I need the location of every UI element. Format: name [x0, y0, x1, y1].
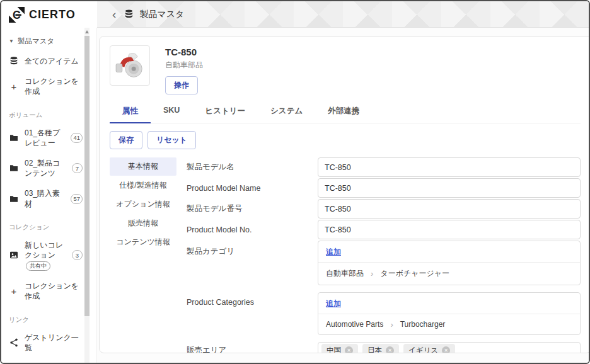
tag: イギリス✕: [403, 344, 455, 353]
topbar: C CIERTO ‹ 製品マスタ: [1, 1, 589, 28]
sidebar-item-guest-links[interactable]: ゲストリンク一覧: [1, 327, 96, 358]
database-icon: [9, 56, 19, 66]
product-thumbnail[interactable]: [110, 45, 150, 86]
turbocharger-image: [112, 48, 148, 83]
field-label: Product Categories: [187, 292, 318, 307]
form-subnav: 基本情報 仕様/製造情報 オプション情報 販売情報 コンテンツ情報: [110, 157, 176, 353]
sidebar-section-collection: コレクション: [1, 214, 96, 235]
sidebar-item-volume-3[interactable]: 03_購入素材 57: [1, 183, 96, 213]
product-model-no-en-input[interactable]: [318, 220, 581, 239]
sidebar-item-label: ゲストリンク一覧: [25, 333, 83, 353]
subnav-item-content[interactable]: コンテンツ情報: [110, 233, 176, 251]
field-label: 製品カテゴリ: [187, 241, 318, 257]
plus-icon: +: [9, 81, 19, 92]
volume-label: 02_製品コンテンツ: [25, 158, 66, 178]
shared-badge: 共有中: [26, 261, 50, 271]
sidebar-tree-root[interactable]: ▼ 製品マスタ: [1, 33, 96, 51]
product-category: 自動車部品: [165, 60, 203, 71]
form-row: Product Model Name: [187, 178, 581, 198]
remove-tag-icon[interactable]: ✕: [386, 346, 394, 353]
sidebar-item-create-collection[interactable]: + コレクションを作成: [1, 71, 96, 101]
scroll-up-icon[interactable]: [85, 30, 89, 33]
collection-label: 新しいコレクション: [25, 241, 63, 259]
remove-tag-icon[interactable]: ✕: [442, 346, 450, 353]
folder-icon: [9, 163, 19, 173]
folder-icon: [9, 133, 19, 143]
count-badge: 57: [71, 194, 83, 204]
chevron-right-icon: ›: [390, 321, 393, 329]
sidebar: ▼ 製品マスタ 全てのアイテム + コレクションを作成 ボリューム: [1, 28, 97, 363]
field-label: Product Model Name: [187, 184, 318, 193]
sales-area-jp-tags-input[interactable]: 中国✕ 日本✕ イギリス✕: [318, 342, 581, 353]
add-category-link[interactable]: 追加: [326, 247, 341, 258]
sidebar-section-link: リンク: [1, 307, 96, 327]
subnav-item-option[interactable]: オプション情報: [110, 195, 176, 213]
form-row: 製品モデル名: [187, 157, 581, 177]
volume-label: 01_各種プレビュー: [25, 128, 65, 148]
sidebar-item-label: コレクションを作成: [25, 281, 83, 301]
category-node: Automotive Parts: [326, 320, 383, 329]
reset-button[interactable]: リセット: [148, 131, 196, 149]
sidebar-item-volume-1[interactable]: 01_各種プレビュー 41: [1, 123, 96, 153]
count-badge: 7: [72, 163, 83, 173]
chevron-right-icon: ›: [371, 270, 373, 278]
form-row: 製品モデル番号: [187, 199, 581, 219]
image-icon: [9, 250, 19, 260]
tab-history[interactable]: ヒストリー: [192, 100, 258, 123]
tag: 日本✕: [362, 344, 399, 353]
brand-logo[interactable]: C CIERTO: [1, 1, 97, 28]
remove-tag-icon[interactable]: ✕: [345, 346, 353, 353]
sidebar-section-download: ダウンロード申請: [1, 358, 96, 363]
subnav-item-spec[interactable]: 仕様/製造情報: [110, 176, 176, 195]
product-card: TC-850 自動車部品 操作 属性 SKU ヒストリー システム 外部連携 保…: [99, 36, 590, 353]
page-title: 製品マスタ: [139, 9, 184, 20]
form-row: 製品カテゴリ 追加 自動車部品 › ターボチャージャー: [187, 241, 581, 285]
tab-system[interactable]: システム: [258, 100, 315, 123]
save-button[interactable]: 保存: [110, 131, 142, 149]
back-button[interactable]: ‹: [112, 8, 116, 20]
product-model: TC-850: [165, 47, 203, 57]
sidebar-item-all-items[interactable]: 全てのアイテム: [1, 51, 96, 71]
category-path: Automotive Parts › Turbocharger: [318, 314, 580, 334]
attributes-form: 基本情報 仕様/製造情報 オプション情報 販売情報 コンテンツ情報 製品モデル名…: [110, 157, 581, 353]
database-icon: [124, 9, 134, 20]
product-model-no-jp-input[interactable]: [318, 199, 581, 219]
add-category-link[interactable]: 追加: [326, 299, 341, 309]
action-button[interactable]: 操作: [165, 76, 198, 94]
field-label: 販売エリア: [187, 345, 318, 353]
sidebar-item-create-collection-2[interactable]: + コレクションを作成: [1, 276, 96, 306]
tab-external[interactable]: 外部連携: [315, 100, 372, 123]
chevron-down-icon: ▼: [9, 38, 14, 44]
scrollbar-thumb[interactable]: [84, 36, 90, 316]
tree-root-label: 製品マスタ: [18, 37, 54, 46]
sidebar-item-volume-2[interactable]: 02_製品コンテンツ 7: [1, 153, 96, 183]
category-node: Turbocharger: [400, 320, 446, 329]
sidebar-item-label: コレクションを作成: [25, 76, 83, 96]
brand-name: CIERTO: [29, 8, 76, 21]
sidebar-scrollbar[interactable]: [84, 28, 90, 363]
volume-label: 03_購入素材: [25, 188, 65, 208]
field-label: Product Model No.: [187, 225, 318, 234]
main-area: TC-850 自動車部品 操作 属性 SKU ヒストリー システム 外部連携 保…: [97, 28, 589, 363]
product-model-name-jp-input[interactable]: [318, 157, 581, 177]
folder-icon: [9, 194, 19, 204]
category-path: 自動車部品 › ターボチャージャー: [318, 262, 580, 285]
topbar-pattern: ‹ 製品マスタ: [97, 1, 589, 28]
cierto-logo-icon: C: [9, 7, 25, 23]
count-badge: 41: [71, 133, 83, 143]
product-header: TC-850 自動車部品 操作: [110, 45, 581, 94]
product-model-name-en-input[interactable]: [318, 178, 581, 198]
tag: 中国✕: [321, 344, 358, 353]
category-box-jp: 追加 自動車部品 › ターボチャージャー: [318, 241, 581, 285]
form-row: 販売エリア 中国✕ 日本✕ イギリス✕: [187, 342, 581, 353]
sidebar-item-collection-new[interactable]: 新しいコレクション 共有中 3: [1, 235, 96, 276]
category-box-en: 追加 Automotive Parts › Turbocharger: [318, 292, 581, 335]
tab-sku[interactable]: SKU: [151, 100, 192, 123]
plus-icon: +: [9, 286, 19, 297]
count-badge: 3: [72, 250, 83, 260]
subnav-item-sales[interactable]: 販売情報: [110, 214, 176, 232]
category-node: ターボチャージャー: [380, 268, 449, 279]
form-row: Product Categories 追加 Automotive Parts ›…: [187, 292, 581, 335]
subnav-item-basic[interactable]: 基本情報: [110, 157, 176, 176]
tab-attributes[interactable]: 属性: [110, 100, 151, 123]
